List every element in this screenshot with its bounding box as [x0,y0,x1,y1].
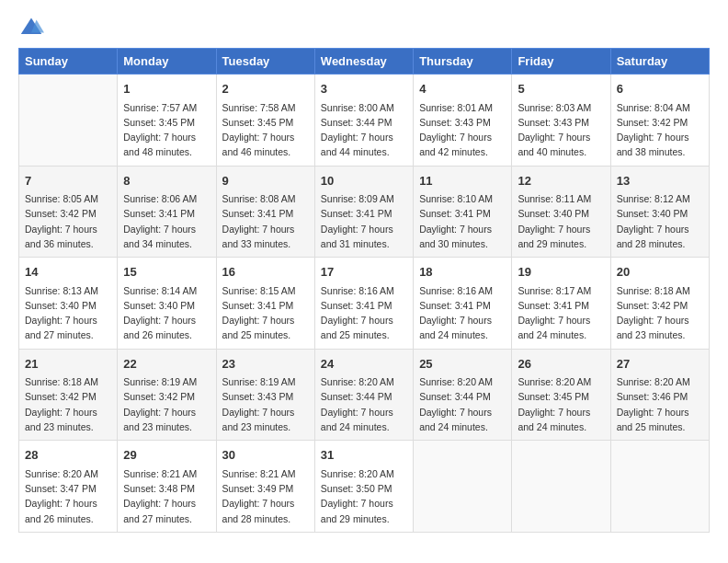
day-info: Sunrise: 8:03 AM Sunset: 3:43 PM Dayligh… [518,100,604,160]
day-number: 16 [222,263,309,282]
day-number: 24 [321,355,407,373]
week-row-2: 7Sunrise: 8:05 AM Sunset: 3:42 PM Daylig… [19,166,710,258]
day-cell: 4Sunrise: 8:01 AM Sunset: 3:43 PM Daylig… [414,75,512,167]
day-number: 5 [518,80,604,98]
day-info: Sunrise: 8:20 AM Sunset: 3:45 PM Dayligh… [518,374,604,434]
day-number: 18 [419,263,506,282]
day-info: Sunrise: 8:06 AM Sunset: 3:41 PM Dayligh… [123,191,210,251]
day-number: 15 [123,263,210,282]
day-number: 12 [518,172,604,190]
day-cell: 23Sunrise: 8:19 AM Sunset: 3:43 PM Dayli… [216,349,314,441]
day-info: Sunrise: 8:08 AM Sunset: 3:41 PM Dayligh… [222,191,309,251]
day-cell: 15Sunrise: 8:14 AM Sunset: 3:40 PM Dayli… [118,258,216,350]
day-info: Sunrise: 8:04 AM Sunset: 3:42 PM Dayligh… [617,100,703,160]
day-info: Sunrise: 8:17 AM Sunset: 3:41 PM Dayligh… [518,283,604,343]
day-number: 13 [617,172,703,190]
day-cell [414,441,512,533]
day-info: Sunrise: 8:12 AM Sunset: 3:40 PM Dayligh… [617,191,703,251]
day-info: Sunrise: 8:14 AM Sunset: 3:40 PM Dayligh… [123,283,210,343]
day-cell: 14Sunrise: 8:13 AM Sunset: 3:40 PM Dayli… [19,258,118,350]
day-number: 9 [222,172,309,190]
day-info: Sunrise: 8:01 AM Sunset: 3:43 PM Dayligh… [419,100,506,160]
day-info: Sunrise: 8:20 AM Sunset: 3:44 PM Dayligh… [419,374,506,434]
day-cell: 1Sunrise: 7:57 AM Sunset: 3:45 PM Daylig… [118,75,216,167]
day-cell: 27Sunrise: 8:20 AM Sunset: 3:46 PM Dayli… [610,349,709,441]
day-cell: 22Sunrise: 8:19 AM Sunset: 3:42 PM Dayli… [118,349,216,441]
header-friday: Friday [512,49,610,75]
week-row-3: 14Sunrise: 8:13 AM Sunset: 3:40 PM Dayli… [19,258,710,350]
header-monday: Monday [118,49,216,75]
day-number: 29 [123,446,210,465]
week-row-1: 1Sunrise: 7:57 AM Sunset: 3:45 PM Daylig… [19,75,710,167]
day-cell: 5Sunrise: 8:03 AM Sunset: 3:43 PM Daylig… [512,75,610,167]
day-number: 2 [222,80,309,98]
day-number: 6 [617,80,703,98]
day-cell: 18Sunrise: 8:16 AM Sunset: 3:41 PM Dayli… [414,258,512,350]
day-info: Sunrise: 7:58 AM Sunset: 3:45 PM Dayligh… [222,100,309,160]
day-info: Sunrise: 8:21 AM Sunset: 3:49 PM Dayligh… [222,466,309,526]
day-number: 25 [419,355,506,373]
page-header [18,15,710,40]
day-cell [610,441,709,533]
day-number: 20 [617,263,703,282]
day-cell: 26Sunrise: 8:20 AM Sunset: 3:45 PM Dayli… [512,349,610,441]
day-cell: 28Sunrise: 8:20 AM Sunset: 3:47 PM Dayli… [19,441,118,533]
header-thursday: Thursday [414,49,512,75]
day-cell: 8Sunrise: 8:06 AM Sunset: 3:41 PM Daylig… [118,166,216,258]
day-cell: 7Sunrise: 8:05 AM Sunset: 3:42 PM Daylig… [19,166,118,258]
calendar-header-row: SundayMondayTuesdayWednesdayThursdayFrid… [19,49,710,75]
day-info: Sunrise: 8:20 AM Sunset: 3:46 PM Dayligh… [617,374,703,434]
day-info: Sunrise: 8:20 AM Sunset: 3:44 PM Dayligh… [321,374,407,434]
day-cell: 6Sunrise: 8:04 AM Sunset: 3:42 PM Daylig… [610,75,709,167]
day-number: 17 [321,263,407,282]
day-number: 4 [419,80,506,98]
day-cell: 19Sunrise: 8:17 AM Sunset: 3:41 PM Dayli… [512,258,610,350]
logo-icon [18,15,44,40]
day-number: 14 [25,263,111,282]
day-number: 27 [617,355,703,373]
header-saturday: Saturday [610,49,709,75]
day-number: 23 [222,355,309,373]
day-info: Sunrise: 8:00 AM Sunset: 3:44 PM Dayligh… [321,100,407,160]
logo [18,15,48,40]
day-cell: 31Sunrise: 8:20 AM Sunset: 3:50 PM Dayli… [314,441,413,533]
day-number: 7 [25,172,111,190]
header-tuesday: Tuesday [216,49,314,75]
day-number: 31 [321,446,407,465]
day-info: Sunrise: 7:57 AM Sunset: 3:45 PM Dayligh… [123,100,210,160]
day-number: 26 [518,355,604,373]
day-number: 28 [25,446,111,465]
week-row-5: 28Sunrise: 8:20 AM Sunset: 3:47 PM Dayli… [19,441,710,533]
week-row-4: 21Sunrise: 8:18 AM Sunset: 3:42 PM Dayli… [19,349,710,441]
day-info: Sunrise: 8:18 AM Sunset: 3:42 PM Dayligh… [617,283,703,343]
day-cell: 2Sunrise: 7:58 AM Sunset: 3:45 PM Daylig… [216,75,314,167]
day-info: Sunrise: 8:11 AM Sunset: 3:40 PM Dayligh… [518,191,604,251]
day-cell: 10Sunrise: 8:09 AM Sunset: 3:41 PM Dayli… [314,166,413,258]
day-cell: 20Sunrise: 8:18 AM Sunset: 3:42 PM Dayli… [610,258,709,350]
day-cell: 21Sunrise: 8:18 AM Sunset: 3:42 PM Dayli… [19,349,118,441]
day-number: 8 [123,172,210,190]
day-info: Sunrise: 8:15 AM Sunset: 3:41 PM Dayligh… [222,283,309,343]
day-info: Sunrise: 8:19 AM Sunset: 3:42 PM Dayligh… [123,374,210,434]
day-number: 10 [321,172,407,190]
day-info: Sunrise: 8:10 AM Sunset: 3:41 PM Dayligh… [419,191,506,251]
header-sunday: Sunday [19,49,118,75]
day-info: Sunrise: 8:09 AM Sunset: 3:41 PM Dayligh… [321,191,407,251]
day-info: Sunrise: 8:16 AM Sunset: 3:41 PM Dayligh… [419,283,506,343]
day-info: Sunrise: 8:21 AM Sunset: 3:48 PM Dayligh… [123,466,210,526]
day-info: Sunrise: 8:16 AM Sunset: 3:41 PM Dayligh… [321,283,407,343]
day-info: Sunrise: 8:13 AM Sunset: 3:40 PM Dayligh… [25,283,111,343]
header-wednesday: Wednesday [314,49,413,75]
day-cell: 17Sunrise: 8:16 AM Sunset: 3:41 PM Dayli… [314,258,413,350]
day-cell: 3Sunrise: 8:00 AM Sunset: 3:44 PM Daylig… [314,75,413,167]
day-cell: 13Sunrise: 8:12 AM Sunset: 3:40 PM Dayli… [610,166,709,258]
day-number: 11 [419,172,506,190]
day-number: 22 [123,355,210,373]
day-number: 1 [123,80,210,98]
day-info: Sunrise: 8:20 AM Sunset: 3:50 PM Dayligh… [321,466,407,526]
day-cell [512,441,610,533]
day-info: Sunrise: 8:05 AM Sunset: 3:42 PM Dayligh… [25,191,111,251]
day-number: 30 [222,446,309,465]
day-cell: 16Sunrise: 8:15 AM Sunset: 3:41 PM Dayli… [216,258,314,350]
day-number: 19 [518,263,604,282]
